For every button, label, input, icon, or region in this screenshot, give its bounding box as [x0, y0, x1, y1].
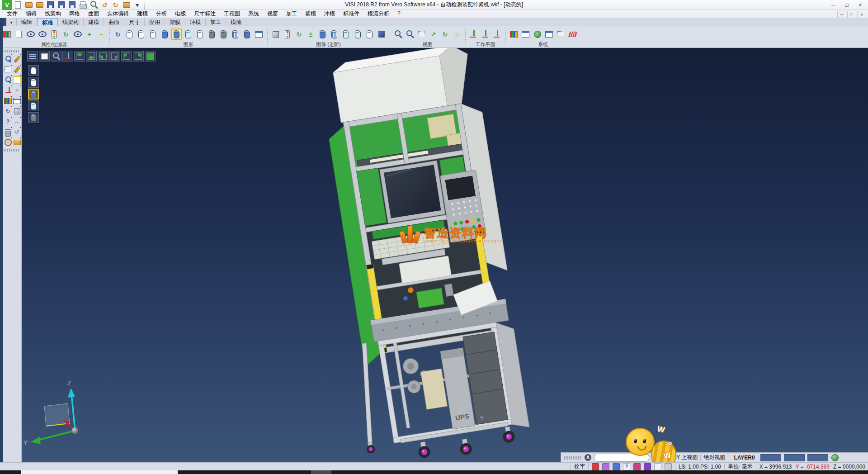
- menu-surface[interactable]: 曲面: [84, 10, 103, 18]
- graphics-tools-icon[interactable]: [254, 29, 264, 39]
- tab-molding[interactable]: 塑膜: [165, 18, 185, 26]
- system-options-icon[interactable]: [544, 29, 554, 39]
- curve-edit-icon[interactable]: [13, 65, 21, 74]
- filter-refresh-icon[interactable]: ↻: [61, 29, 71, 39]
- measure-distance-icon[interactable]: ↔: [13, 117, 21, 126]
- tab-die[interactable]: 冲模: [185, 18, 206, 26]
- tab-surface[interactable]: 曲面: [104, 18, 124, 26]
- workplane-set-icon[interactable]: [468, 29, 479, 39]
- view-bar-box-1[interactable]: [760, 454, 781, 461]
- menu-system[interactable]: 系统: [244, 10, 263, 18]
- advanced-cube-blue-icon[interactable]: [376, 29, 387, 39]
- hide-all-icon[interactable]: −: [96, 29, 106, 39]
- package-icon[interactable]: [633, 463, 641, 470]
- mdi-restore-button[interactable]: □: [847, 11, 856, 18]
- preview-search-icon[interactable]: [89, 0, 99, 10]
- edit-erase-icon[interactable]: [13, 54, 21, 64]
- mdi-minimize-button[interactable]: ─: [837, 11, 846, 18]
- zoom-view-icon[interactable]: [51, 51, 61, 62]
- menu-mold[interactable]: 塑模: [301, 10, 320, 18]
- menu-dimension[interactable]: 尺寸标注: [190, 10, 220, 18]
- glove-icon[interactable]: [654, 463, 661, 470]
- zoom-element-icon[interactable]: [4, 54, 12, 64]
- view-top-icon[interactable]: [74, 51, 85, 62]
- render-smiley-icon[interactable]: ☺: [452, 29, 462, 39]
- workplane-axis-icon[interactable]: [4, 85, 12, 95]
- zoom-dynamic-icon[interactable]: [4, 75, 12, 85]
- navigation-wheel-icon[interactable]: [4, 137, 12, 147]
- toolbar-grip[interactable]: [564, 456, 582, 460]
- view-refresh-icon[interactable]: ↻: [440, 29, 450, 39]
- transparent-mode-icon[interactable]: [183, 29, 193, 39]
- advanced-cylinder-corner-icon[interactable]: [353, 29, 363, 39]
- advanced-cylinder-striped-icon[interactable]: [329, 29, 340, 39]
- menu-analysis[interactable]: 分析: [152, 10, 171, 18]
- shaded-mode-icon[interactable]: [160, 29, 170, 39]
- mesh-mode-icon[interactable]: [207, 29, 217, 39]
- tab-wireframe[interactable]: 线架构: [58, 18, 84, 26]
- view-front-icon[interactable]: [121, 51, 132, 62]
- menu-moldflow[interactable]: 模流分析: [363, 10, 393, 18]
- zoom-plus-icon[interactable]: [393, 29, 403, 39]
- clipboard-icon[interactable]: [592, 463, 599, 470]
- menu-solid-edit[interactable]: 实体编辑: [103, 10, 133, 18]
- toolbar-grip[interactable]: [4, 50, 19, 52]
- tab-standard[interactable]: 标准: [37, 18, 58, 26]
- butterfly-icon[interactable]: [602, 463, 609, 470]
- spline-edit-icon[interactable]: ~: [13, 85, 21, 95]
- view-iso-icon[interactable]: [145, 51, 156, 62]
- advanced-cube-spline-icon[interactable]: [270, 29, 281, 39]
- advanced-cylinder-wire-icon[interactable]: [364, 29, 375, 39]
- zoom-window-icon[interactable]: [405, 29, 415, 39]
- reopen-icon[interactable]: [121, 0, 132, 10]
- toolbar-grip[interactable]: [4, 149, 19, 152]
- undo-icon[interactable]: ↺: [99, 0, 110, 10]
- open-recent-icon[interactable]: [13, 137, 21, 147]
- menu-edit[interactable]: 编辑: [22, 10, 41, 18]
- shaded-edges-mode-icon[interactable]: [171, 29, 182, 39]
- snap-grid-icon[interactable]: [567, 29, 578, 39]
- menu-file[interactable]: 文件: [3, 10, 22, 18]
- dashed-hidden-mode-icon[interactable]: [148, 29, 158, 39]
- zoom-extents-arrow-icon[interactable]: ↗: [428, 29, 439, 39]
- render-mesh-icon[interactable]: [28, 112, 39, 123]
- monitor-icon[interactable]: [665, 463, 672, 470]
- flat-mode-icon[interactable]: [195, 29, 205, 39]
- attributes-brush-icon[interactable]: [2, 29, 12, 39]
- advanced-cylinder-check-icon[interactable]: [341, 29, 351, 39]
- filter-traffic-icon[interactable]: [49, 29, 59, 39]
- tab-machining[interactable]: 加工: [206, 18, 226, 26]
- absolute-view-label[interactable]: 绝对视图: [703, 454, 725, 461]
- visibility-toggle-icon[interactable]: [72, 29, 83, 39]
- tab-flow[interactable]: 模流: [226, 18, 246, 26]
- tab-overflow-chevron[interactable]: ▾: [6, 18, 17, 26]
- viewport-menu-icon[interactable]: [27, 51, 38, 62]
- zoom-one-to-one-icon[interactable]: [416, 29, 427, 39]
- advanced-plusminus-icon[interactable]: ±: [306, 29, 316, 39]
- attributes-copy-icon[interactable]: [14, 29, 24, 39]
- advanced-cylinder-blue-icon[interactable]: [317, 29, 328, 39]
- menu-standard-parts[interactable]: 标准件: [339, 10, 363, 18]
- lock-label[interactable]: 拴牢: [574, 463, 585, 470]
- barrel-mode-icon[interactable]: [218, 29, 229, 39]
- active-layer-label[interactable]: LAYER0: [731, 455, 757, 461]
- solid-cube-icon[interactable]: [13, 106, 21, 116]
- menu-window[interactable]: 视窗: [263, 10, 282, 18]
- filter-hide-icon[interactable]: [37, 29, 47, 39]
- tab-dimension[interactable]: 尺寸: [124, 18, 145, 26]
- frame-select-icon[interactable]: [4, 65, 12, 74]
- menu-modeling[interactable]: 建模: [133, 10, 152, 18]
- taskbar-item[interactable]: [311, 470, 331, 474]
- redo-icon[interactable]: ↻: [110, 0, 121, 10]
- view-bar-box-3[interactable]: [807, 454, 828, 461]
- print-icon[interactable]: [78, 0, 88, 10]
- hidden-line-mode-icon[interactable]: [136, 29, 146, 39]
- import-file-icon[interactable]: [34, 0, 45, 10]
- wireframe-mode-icon[interactable]: [124, 29, 135, 39]
- save-as-icon[interactable]: [56, 0, 66, 10]
- tab-application[interactable]: 应用: [145, 18, 165, 26]
- new-file-icon[interactable]: [13, 0, 23, 10]
- system-config-globe-icon[interactable]: [532, 29, 542, 39]
- view-back-icon[interactable]: [133, 51, 144, 62]
- regen-graphics-icon[interactable]: ↻: [113, 29, 123, 39]
